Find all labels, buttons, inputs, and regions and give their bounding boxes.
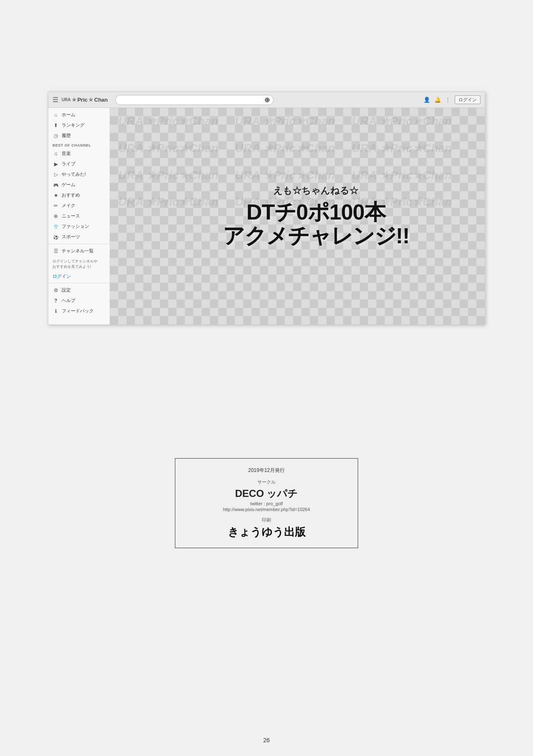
top-space (0, 0, 533, 92)
sidebar-item-make[interactable]: メイク (48, 200, 110, 211)
logo-star2: ★ (88, 97, 93, 103)
browser-body: ホーム ランキング 履歴 BEST OF CHANNEL 音楽 (48, 108, 485, 324)
logo-suffix: Chan (94, 97, 108, 103)
more-options-icon[interactable]: ⋮ (445, 97, 451, 103)
list-icon (52, 248, 59, 254)
brush-icon (52, 203, 59, 209)
checkerboard-background (110, 108, 485, 324)
bell-icon[interactable]: 🔔 (434, 97, 441, 103)
sidebar-label-osusume: おすすめ (62, 192, 80, 198)
sidebar-item-osusume[interactable]: おすすめ (48, 190, 110, 200)
sidebar-label-channel-list: チャンネル一覧 (62, 248, 94, 254)
login-button[interactable]: ログイン (455, 95, 481, 104)
sidebar-label-make: メイク (62, 202, 75, 209)
sidebar-login-link[interactable]: ログイン (48, 272, 110, 281)
sidebar-divider-2 (48, 283, 110, 283)
sidebar-label-settings: 設定 (62, 287, 71, 293)
sidebar-label-help: ヘルプ (62, 297, 75, 304)
sidebar-label-music: 音楽 (62, 150, 71, 157)
sidebar-item-help[interactable]: ヘルプ (48, 295, 110, 306)
info-icon (52, 308, 59, 314)
bottom-space (0, 325, 533, 442)
search-bar[interactable]: ⊕ (115, 95, 274, 105)
user-icon[interactable]: 👤 (423, 97, 430, 103)
page: ☰ URA ★ Pric ★ Chan ⊕ 👤 🔔 ⋮ ログイン (0, 0, 533, 756)
colophon-publish-date: 2019年12月発行 (192, 467, 341, 474)
browser-toolbar: ☰ URA ★ Pric ★ Chan ⊕ 👤 🔔 ⋮ ログイン (48, 92, 485, 108)
ranking-icon (52, 122, 59, 128)
colophon-circle-name: DECO ッパチ (192, 487, 341, 500)
sidebar-item-ranking[interactable]: ランキング (48, 120, 110, 130)
sidebar-item-news[interactable]: ニュース (48, 211, 110, 221)
colophon-print-label: 印刷 (192, 517, 341, 523)
music-icon (52, 151, 59, 157)
search-icon: ⊕ (264, 96, 270, 104)
sidebar-label-news: ニュース (62, 213, 80, 219)
colophon-circle-label: サークル (192, 479, 341, 485)
play-icon (52, 172, 59, 177)
sidebar-item-game[interactable]: ゲーム (48, 180, 110, 190)
logo-prefix: URA (62, 97, 71, 102)
hamburger-icon[interactable]: ☰ (52, 96, 58, 104)
main-content: URA ★Pric★Chan URA ★Pric★Chan URA ★Pric★… (110, 108, 485, 324)
sidebar-item-fashion[interactable]: ファッション (48, 221, 110, 232)
sidebar-label-sports: スポーツ (62, 234, 80, 240)
sidebar: ホーム ランキング 履歴 BEST OF CHANNEL 音楽 (48, 108, 110, 324)
logo-star1: ★ (72, 97, 77, 103)
sidebar-item-history[interactable]: 履歴 (48, 130, 110, 141)
colophon-print-name: きょうゆう出版 (192, 525, 341, 539)
sidebar-label-fashion: ファッション (62, 223, 89, 230)
sidebar-item-sports[interactable]: スポーツ (48, 232, 110, 242)
sidebar-item-home[interactable]: ホーム (48, 110, 110, 120)
live-icon (52, 161, 59, 167)
colophon-box: 2019年12月発行 サークル DECO ッパチ twitter : pro_g… (175, 458, 358, 548)
logo-main: Pric (77, 97, 88, 103)
sidebar-item-channel-list[interactable]: チャンネル一覧 (48, 246, 110, 256)
shirt-icon (52, 224, 59, 230)
sidebar-promo: ログインしてチャンネルや おすすめを見てみよう! (48, 256, 110, 272)
help-icon (52, 298, 59, 304)
history-icon (52, 133, 59, 139)
home-icon (52, 112, 59, 118)
sidebar-item-settings[interactable]: 設定 (48, 285, 110, 295)
sidebar-section-best-of-channel: BEST OF CHANNEL (48, 141, 110, 148)
sidebar-label-feedback: フィードバック (62, 308, 94, 314)
sidebar-label-history: 履歴 (62, 132, 71, 139)
search-input[interactable] (119, 97, 264, 102)
colophon-twitter: twitter : pro_golf (192, 501, 341, 506)
game-icon (52, 182, 59, 188)
gear-icon (52, 287, 59, 293)
site-logo: URA ★ Pric ★ Chan (62, 97, 108, 103)
sidebar-item-feedback[interactable]: フィードバック (48, 306, 110, 316)
sidebar-label-game: ゲーム (62, 182, 75, 188)
sidebar-label-home: ホーム (62, 112, 75, 118)
colophon-wrapper: 2019年12月発行 サークル DECO ッパチ twitter : pro_g… (175, 458, 358, 548)
browser-container: ☰ URA ★ Pric ★ Chan ⊕ 👤 🔔 ⋮ ログイン (48, 92, 485, 325)
sidebar-item-live[interactable]: ライブ (48, 159, 110, 169)
page-number: 26 (263, 737, 270, 744)
sidebar-divider-1 (48, 244, 110, 244)
colophon-url: http://www.pixiv.net/member.php?id=10264 (192, 507, 341, 512)
sidebar-label-yattemita: やってみた! (62, 171, 86, 177)
sports-icon (52, 234, 59, 240)
sidebar-label-live: ライブ (62, 161, 75, 167)
star-icon (52, 192, 59, 198)
browser-right-controls: 👤 🔔 ⋮ ログイン (423, 95, 481, 104)
sidebar-label-ranking: ランキング (62, 122, 85, 128)
sidebar-item-yattemita[interactable]: やってみた! (48, 169, 110, 180)
sidebar-item-music[interactable]: 音楽 (48, 148, 110, 159)
globe-icon (52, 213, 59, 219)
